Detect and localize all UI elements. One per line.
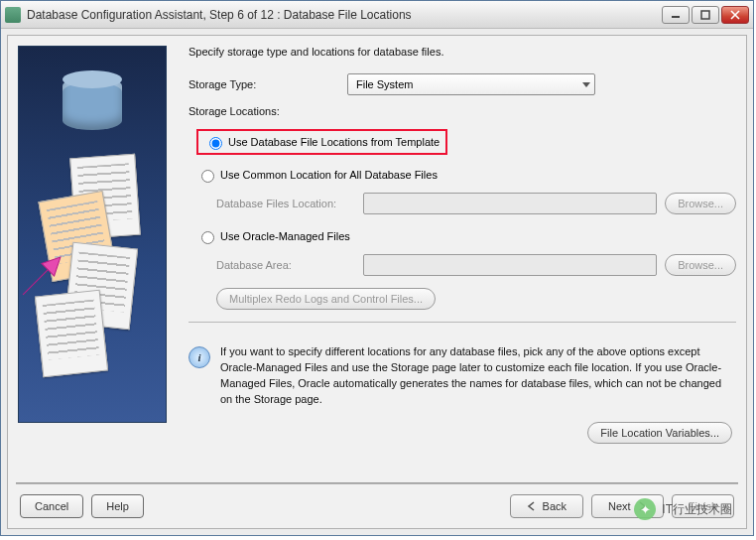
- minimize-button[interactable]: [662, 6, 690, 24]
- db-files-location-input: [363, 193, 657, 214]
- back-label: Back: [543, 500, 567, 512]
- watermark: ✦ IT行业技术圈: [634, 498, 732, 520]
- next-label: Next: [608, 500, 631, 512]
- form-panel: Specify storage type and locations for d…: [167, 46, 736, 471]
- database-cylinder-icon: [63, 76, 122, 130]
- page-description: Specify storage type and locations for d…: [189, 46, 736, 58]
- titlebar: Database Configuration Assistant, Step 6…: [1, 1, 753, 29]
- maximize-icon: [700, 10, 710, 20]
- radio-highlight-box: Use Database File Locations from Templat…: [196, 129, 447, 155]
- close-icon: [730, 10, 740, 20]
- file-location-variables-button[interactable]: File Location Variables...: [587, 422, 732, 444]
- section-separator: [189, 322, 736, 323]
- info-icon: i: [189, 346, 210, 368]
- multiplex-button: Multiplex Redo Logs and Control Files...: [216, 288, 436, 310]
- info-text: If you want to specify different locatio…: [220, 344, 730, 408]
- radio-use-omf-label: Use Oracle-Managed Files: [220, 230, 350, 242]
- svg-marker-4: [23, 257, 61, 295]
- radio-use-template[interactable]: [209, 137, 222, 150]
- storage-type-dropdown[interactable]: File System: [347, 73, 595, 95]
- browse-db-area-button: Browse...: [665, 254, 736, 276]
- radio-use-omf[interactable]: [201, 231, 214, 244]
- wechat-icon: ✦: [634, 498, 656, 520]
- maximize-button[interactable]: [692, 6, 719, 24]
- db-area-input: [363, 254, 657, 276]
- app-icon: [5, 7, 21, 23]
- close-button[interactable]: [721, 6, 749, 24]
- window-title: Database Configuration Assistant, Step 6…: [27, 8, 662, 22]
- svg-rect-1: [701, 11, 709, 19]
- main-area: Specify storage type and locations for d…: [8, 36, 746, 476]
- sidebar-graphic: [18, 46, 167, 423]
- browse-db-files-button: Browse...: [665, 193, 736, 214]
- minimize-icon: [671, 11, 681, 19]
- app-window: Database Configuration Assistant, Step 6…: [0, 0, 754, 536]
- storage-type-label: Storage Type:: [189, 78, 347, 90]
- radio-use-template-label: Use Database File Locations from Templat…: [228, 136, 440, 148]
- storage-type-value: File System: [356, 78, 413, 90]
- db-area-label: Database Area:: [216, 259, 355, 271]
- paper-sheet-icon: [35, 290, 108, 377]
- back-button[interactable]: Back: [510, 494, 583, 518]
- cancel-button[interactable]: Cancel: [20, 494, 83, 518]
- storage-locations-label: Storage Locations:: [189, 105, 736, 117]
- db-files-location-label: Database Files Location:: [216, 198, 355, 209]
- radio-use-common[interactable]: [201, 170, 214, 183]
- help-button[interactable]: Help: [91, 494, 144, 518]
- window-controls: [662, 6, 749, 24]
- chevron-down-icon: [582, 82, 590, 87]
- pink-arrow-icon: [21, 255, 63, 297]
- watermark-text: IT行业技术圈: [662, 501, 732, 518]
- chevron-left-icon: [527, 501, 537, 511]
- info-box: i If you want to specify different locat…: [189, 344, 736, 408]
- content-frame: Specify storage type and locations for d…: [7, 35, 747, 529]
- radio-use-common-label: Use Common Location for All Database Fil…: [220, 169, 438, 181]
